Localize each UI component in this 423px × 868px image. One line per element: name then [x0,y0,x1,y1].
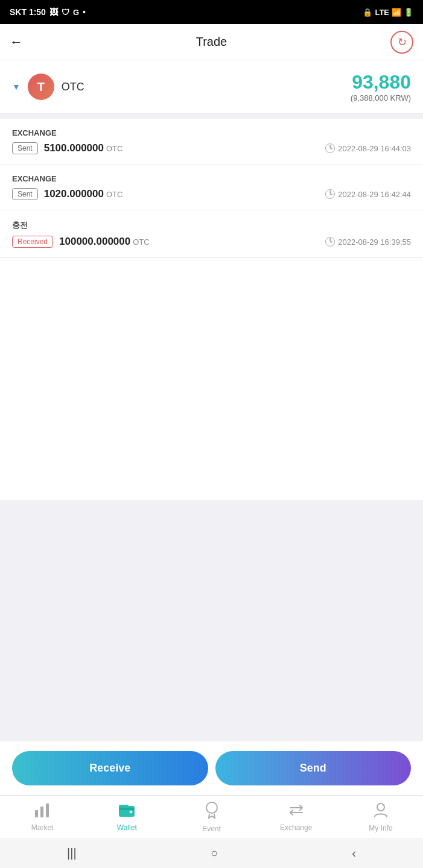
coin-header: ▼ T OTC 93,880 (9,388,000 KRW) [0,60,423,114]
tx-left: Sent 5100.000000OTC [12,142,122,154]
page-title: Trade [196,35,227,49]
tx-unit: OTC [106,144,122,153]
tx-type-label: EXCHANGE [12,174,411,183]
svg-rect-5 [119,805,129,808]
tx-left: Received 100000.000000OTC [12,236,150,248]
clock-icon [325,237,335,247]
tx-timestamp: 2022-08-29 16:42:44 [338,190,411,199]
tx-unit: OTC [133,237,149,247]
svg-point-8 [377,804,384,811]
status-right: 🔒 LTE 📶 🔋 [363,8,413,17]
coin-price-main: 93,880 [351,71,411,93]
send-button[interactable]: Send [215,751,412,785]
empty-area [0,500,423,741]
page-header: ← Trade ↻ [0,24,423,60]
svg-point-7 [206,802,217,813]
tx-details: Received 100000.000000OTC 2022-08-29 16:… [12,236,411,248]
back-button[interactable]: ← [10,34,23,50]
tx-timestamp: 2022-08-29 16:39:55 [338,237,411,247]
market-label: Market [31,823,54,832]
bottom-nav: Market Wallet Event Exc [0,795,423,838]
battery-icon: 🔋 [404,8,413,17]
tx-details: Sent 1020.000000OTC 2022-08-29 16:42:44 [12,188,411,200]
status-left: SKT 1:50 🖼 🛡 G • [10,7,86,17]
sidebar-item-market[interactable]: Market [0,803,84,832]
tx-amount: 5100.000000OTC [44,142,123,154]
tx-left: Sent 1020.000000OTC [12,188,122,200]
bar-chart-icon [34,803,50,821]
lte-label: LTE [375,8,389,17]
received-badge: Received [12,236,53,248]
tx-time: 2022-08-29 16:44:03 [325,143,411,153]
svg-rect-0 [35,810,38,817]
wallet-icon [118,803,135,821]
photo-icon: 🖼 [49,7,58,17]
google-icon: G [73,8,79,17]
coin-price-area: 93,880 (9,388,000 KRW) [351,71,411,102]
receive-button[interactable]: Receive [12,751,208,785]
coin-price-sub: (9,388,000 KRW) [351,93,411,102]
table-row: 충전 Received 100000.000000OTC 2022-08-29 … [0,210,423,258]
tx-details: Sent 5100.000000OTC 2022-08-29 16:44:03 [12,142,411,154]
sidebar-item-wallet[interactable]: Wallet [84,803,169,832]
lock-icon: 🔒 [363,8,372,17]
coin-icon: T [28,74,54,100]
transaction-list: EXCHANGE Sent 5100.000000OTC 2022-08-29 … [0,119,423,500]
sidebar-item-myinfo[interactable]: My Info [339,802,423,832]
wallet-label: Wallet [117,823,137,832]
exchange-label: Exchange [280,823,312,832]
tx-type-label: EXCHANGE [12,128,411,137]
event-label: Event [202,825,221,833]
sidebar-item-exchange[interactable]: Exchange [254,803,339,832]
svg-rect-2 [46,804,49,817]
user-icon [374,802,388,822]
coin-symbol: OTC [62,81,84,93]
android-home-button[interactable]: ○ [211,846,218,860]
tx-amount: 100000.000000OTC [59,236,150,248]
sent-badge: Sent [12,142,38,154]
clock-icon [325,143,335,153]
android-nav-bar: ||| ○ ‹ [0,838,423,868]
svg-rect-1 [40,807,43,817]
award-icon [205,802,219,822]
tx-time: 2022-08-29 16:42:44 [325,189,411,199]
android-back-button[interactable]: ‹ [352,846,356,860]
tx-timestamp: 2022-08-29 16:44:03 [338,144,411,153]
svg-rect-4 [119,808,135,810]
tx-amount: 1020.000000OTC [44,188,123,200]
refresh-button[interactable]: ↻ [390,31,413,54]
status-bar: SKT 1:50 🖼 🛡 G • 🔒 LTE 📶 🔋 [0,0,423,24]
browser-icon: 🛡 [62,8,69,17]
exchange-icon [288,803,305,821]
table-row: EXCHANGE Sent 1020.000000OTC 2022-08-29 … [0,165,423,210]
sent-badge: Sent [12,188,38,200]
myinfo-label: My Info [369,824,392,832]
tx-unit: OTC [106,190,122,199]
table-row: EXCHANGE Sent 5100.000000OTC 2022-08-29 … [0,119,423,165]
clock-icon [325,189,335,199]
carrier-label: SKT 1:50 [10,7,46,17]
signal-icon: 📶 [392,8,401,17]
dot-indicator: • [83,7,86,17]
android-menu-button[interactable]: ||| [67,846,77,860]
svg-point-6 [130,811,133,814]
sidebar-item-event[interactable]: Event [169,802,253,833]
dropdown-arrow-icon[interactable]: ▼ [12,82,21,92]
coin-letter: T [37,80,45,94]
action-buttons: Receive Send [0,741,423,795]
tx-type-label: 충전 [12,220,411,231]
tx-time: 2022-08-29 16:39:55 [325,237,411,247]
